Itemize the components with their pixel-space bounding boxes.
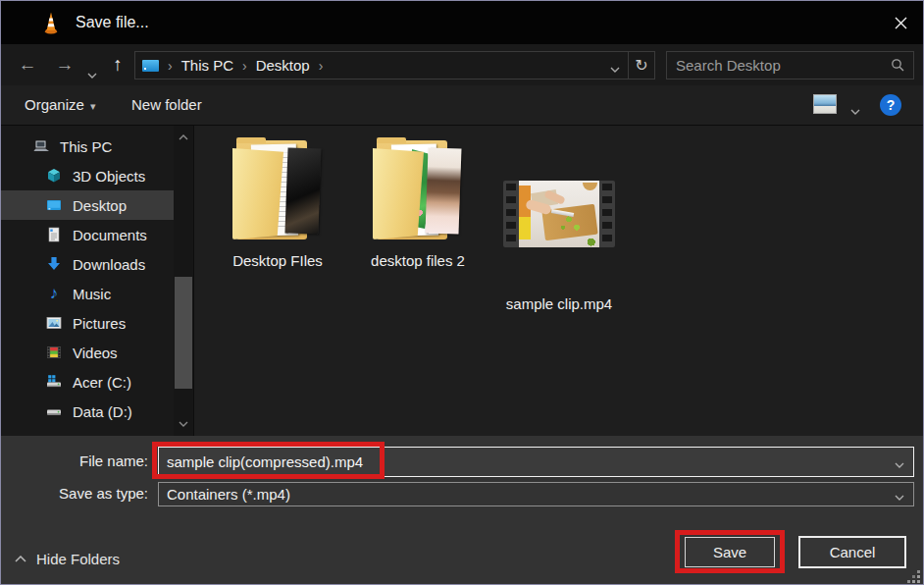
view-thumbnails-button[interactable] <box>813 94 837 114</box>
document-icon <box>45 226 63 243</box>
sidebar-item-label: Downloads <box>73 256 145 273</box>
sidebar-item-label: Acer (C:) <box>73 374 131 391</box>
search-icon[interactable] <box>887 56 913 76</box>
cube-icon <box>45 167 63 185</box>
video-thumbnail-icon <box>503 181 615 247</box>
sidebar-item-label: 3D Objects <box>73 168 145 185</box>
download-icon <box>45 255 63 273</box>
new-folder-label: New folder <box>131 96 202 113</box>
organize-label: Organize <box>25 96 84 113</box>
file-label: Desktop FIles <box>219 252 336 269</box>
help-icon: ? <box>887 97 896 113</box>
save-form-panel: File name: Save as type: Containers (*.m… <box>1 436 923 585</box>
navigation-sidebar: This PC 3D Objects Desktop Documents <box>1 126 194 436</box>
breadcrumb-separator: › <box>310 58 333 74</box>
sidebar-item-pictures[interactable]: Pictures <box>1 308 174 338</box>
help-button[interactable]: ? <box>880 94 901 116</box>
resize-grip[interactable] <box>906 569 920 583</box>
file-tile-sample-clip[interactable]: sample clip.mp4 <box>500 137 618 312</box>
breadcrumb-separator: › <box>233 58 256 74</box>
hide-folders-toggle[interactable]: Hide Folders <box>15 547 120 570</box>
drive-windows-icon <box>45 373 63 391</box>
sidebar-item-label: This PC <box>60 138 112 155</box>
window-title: Save file... <box>76 14 149 31</box>
save-as-type-value: Containers (*.mp4) <box>159 486 889 503</box>
chevron-down-icon <box>850 109 860 115</box>
address-bar[interactable]: › This PC › Desktop › ↻ <box>134 51 655 80</box>
sidebar-item-music[interactable]: ♪ Music <box>1 279 174 308</box>
address-dropdown-button[interactable] <box>602 55 628 77</box>
sidebar-item-label: Videos <box>73 345 118 361</box>
breadcrumb-desktop[interactable]: Desktop <box>256 57 310 74</box>
chevron-down-icon <box>87 73 97 79</box>
save-file-dialog: Save file... ← → ↑ › This PC › Desktop ›… <box>0 0 924 585</box>
refresh-icon: ↻ <box>635 57 647 74</box>
scrollbar-thumb[interactable] <box>175 277 192 389</box>
save-button[interactable]: Save <box>685 537 775 567</box>
file-tile-desktop-files-2[interactable]: desktop files 2 <box>359 137 477 269</box>
this-pc-monitor-icon <box>142 60 159 72</box>
folder-icon <box>371 137 465 245</box>
file-name-label: File name: <box>1 447 148 476</box>
scrollbar-up-button[interactable] <box>174 128 193 147</box>
view-options-dropdown[interactable] <box>850 101 860 119</box>
cancel-button[interactable]: Cancel <box>798 536 906 568</box>
music-note-icon: ♪ <box>45 285 63 302</box>
pc-icon <box>32 137 50 155</box>
sidebar-item-acer-c[interactable]: Acer (C:) <box>1 367 174 397</box>
up-arrow-icon: ↑ <box>113 54 123 75</box>
sidebar-item-label: Desktop <box>73 197 127 214</box>
chevron-up-icon <box>15 556 26 562</box>
forward-arrow-icon: → <box>56 54 75 75</box>
hide-folders-label: Hide Folders <box>36 551 120 567</box>
monitor-icon <box>45 196 63 214</box>
new-folder-button[interactable]: New folder <box>131 85 202 125</box>
file-list-area: Desktop FIles desktop files 2 <box>194 126 923 436</box>
back-button[interactable]: ← <box>13 51 42 79</box>
breadcrumb-separator: › <box>159 58 181 74</box>
file-label: sample clip.mp4 <box>500 295 618 312</box>
chevron-up-icon <box>179 134 188 140</box>
close-icon <box>894 16 908 30</box>
file-name-dropdown[interactable] <box>889 452 913 472</box>
sidebar-item-label: Music <box>73 286 111 302</box>
breadcrumb-this-pc[interactable]: This PC <box>181 57 233 74</box>
sidebar-item-downloads[interactable]: Downloads <box>1 249 174 279</box>
sidebar-item-documents[interactable]: Documents <box>1 220 174 249</box>
chevron-down-icon <box>610 67 620 73</box>
command-toolbar: Organize▾ New folder ? <box>1 85 923 126</box>
titlebar: Save file... <box>1 1 923 44</box>
save-as-type-dropdown[interactable] <box>889 484 913 505</box>
sidebar-item-videos[interactable]: Videos <box>1 338 174 367</box>
navigation-bar: ← → ↑ › This PC › Desktop › ↻ <box>1 44 923 85</box>
film-icon <box>45 344 63 361</box>
sidebar-item-3d-objects[interactable]: 3D Objects <box>1 161 174 190</box>
sidebar-item-data-d[interactable]: Data (D:) <box>1 397 174 426</box>
chevron-down-icon <box>179 421 188 427</box>
save-as-type-select[interactable]: Containers (*.mp4) <box>158 482 914 506</box>
close-button[interactable] <box>886 9 915 36</box>
forward-button[interactable]: → <box>50 51 79 79</box>
up-button[interactable]: ↑ <box>105 51 130 79</box>
file-name-combo <box>158 447 914 477</box>
organize-button[interactable]: Organize▾ <box>25 85 95 125</box>
search-input[interactable] <box>667 56 887 75</box>
sidebar-item-label: Documents <box>73 227 147 243</box>
file-name-input[interactable] <box>159 452 889 471</box>
refresh-button[interactable]: ↻ <box>629 56 654 75</box>
sidebar-scrollbar[interactable] <box>174 126 193 436</box>
sidebar-item-desktop[interactable]: Desktop <box>1 190 174 220</box>
recent-locations-button[interactable] <box>83 51 101 68</box>
vlc-cone-icon <box>40 10 62 36</box>
back-arrow-icon: ← <box>19 54 37 75</box>
sidebar-item-label: Pictures <box>73 315 126 332</box>
file-tile-desktop-files[interactable]: Desktop FIles <box>219 137 336 269</box>
chevron-down-icon <box>895 462 904 468</box>
save-as-type-label: Save as type: <box>1 482 148 505</box>
sidebar-item-this-pc[interactable]: This PC <box>1 132 174 161</box>
sidebar-item-label: Data (D:) <box>73 403 132 420</box>
folder-icon <box>231 137 325 245</box>
chevron-down-icon <box>895 495 904 501</box>
scrollbar-down-button[interactable] <box>174 414 193 434</box>
picture-icon <box>45 314 63 332</box>
